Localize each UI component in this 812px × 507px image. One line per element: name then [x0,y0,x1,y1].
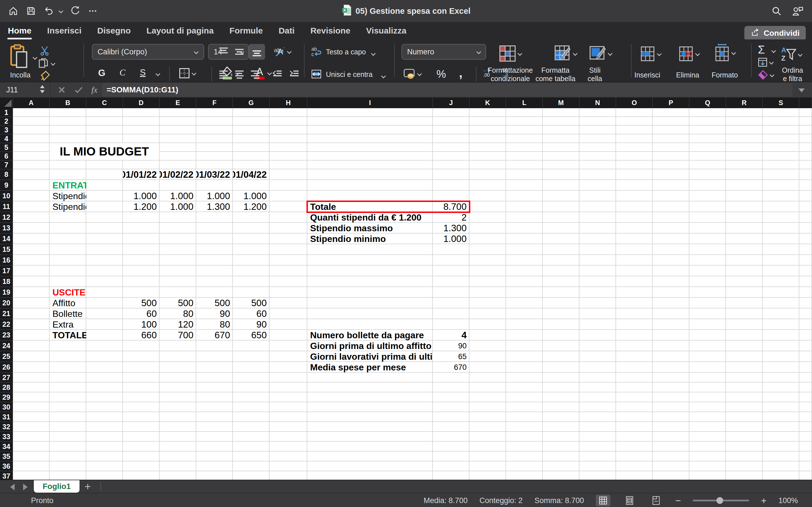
sort-filter-chevron-icon[interactable] [798,52,803,57]
col-header-F[interactable]: F [196,98,233,108]
cell-A5[interactable] [13,143,50,152]
cell-F14[interactable] [196,233,233,244]
cell-I23[interactable]: Numero bollette da pagare [307,330,433,341]
cell-D27[interactable] [123,373,160,383]
cell-S15[interactable] [763,244,799,255]
cell-K28[interactable] [469,383,506,392]
cell-L24[interactable] [506,341,543,351]
cell-A34[interactable] [13,442,50,452]
cell-J4[interactable] [433,134,469,143]
row-header-7[interactable]: 7 [0,161,13,169]
insert-cells-label[interactable]: Inserisci [635,71,660,79]
cell-B15[interactable] [50,244,86,255]
cell-J3[interactable] [433,126,469,134]
cell-B8[interactable] [50,169,86,180]
cell-L20[interactable] [506,298,543,308]
comma-style-button[interactable]: , [459,66,462,80]
cell-J6[interactable] [433,152,469,161]
cell-C13[interactable] [86,223,123,233]
cell-G18[interactable] [233,276,269,287]
prev-sheet-icon[interactable] [10,484,15,490]
cell-F15[interactable] [196,244,233,255]
cell-S36[interactable] [763,461,799,471]
cell-K3[interactable] [469,126,506,134]
cell-P15[interactable] [653,244,689,255]
cell-G2[interactable] [233,117,269,126]
cell-C26[interactable] [86,362,123,373]
cell-G6[interactable] [233,152,269,161]
cell-C16[interactable] [86,255,123,266]
autosum-chevron-icon[interactable] [771,48,776,53]
cell-A22[interactable] [13,319,50,330]
cell-P10[interactable] [653,191,689,202]
cell-O27[interactable] [616,373,653,383]
cell-D37[interactable] [123,471,160,480]
cell-S32[interactable] [763,422,799,432]
cell-B28[interactable] [50,383,86,392]
cell-B33[interactable] [50,432,86,442]
cell-E7[interactable] [160,161,196,169]
cell-L21[interactable] [506,308,543,319]
ribbon-tab-layout-di-pagina[interactable]: Layout di pagina [146,24,214,37]
cell-A11[interactable] [13,202,50,212]
cell-I9[interactable] [307,180,433,191]
cell-L4[interactable] [506,134,543,143]
cell-A23[interactable] [13,330,50,341]
cell-O15[interactable] [616,244,653,255]
cell-R28[interactable] [726,383,763,392]
cell-L22[interactable] [506,319,543,330]
row-header-33[interactable]: 33 [0,432,13,442]
cell-S28[interactable] [763,383,799,392]
cell-E12[interactable] [160,212,196,223]
cell-H21[interactable] [269,308,307,319]
cell-Q11[interactable] [689,202,726,212]
cell-G4[interactable] [233,134,269,143]
cell-S1[interactable] [763,108,799,117]
cell-E3[interactable] [160,126,196,134]
row-header-8[interactable]: 8 [0,169,13,180]
col-header-K[interactable]: K [469,98,506,108]
cell-S5[interactable] [763,143,799,152]
ribbon-tab-inserisci[interactable]: Inserisci [47,24,82,37]
cell-R4[interactable] [726,134,763,143]
number-format-select[interactable]: Numero [402,44,486,60]
cell-M21[interactable] [543,308,579,319]
cancel-icon[interactable] [57,86,66,94]
cell-Q32[interactable] [689,422,726,432]
cell-B34[interactable] [50,442,86,452]
cell-E24[interactable] [160,341,196,351]
cell-C22[interactable] [86,319,123,330]
cell-F22[interactable]: 80 [196,319,233,330]
cell-O1[interactable] [616,108,653,117]
cell-N6[interactable] [579,152,616,161]
align-right-icon[interactable] [249,68,261,79]
cell-I12[interactable]: Quanti stipendi da € 1.200 [307,212,433,223]
cell-J36[interactable] [433,461,469,471]
cell-K4[interactable] [469,134,506,143]
cell-G26[interactable] [233,362,269,373]
cell-M14[interactable] [543,233,579,244]
cell-D12[interactable] [123,212,160,223]
cell-D29[interactable] [123,392,160,402]
cell-P33[interactable] [653,432,689,442]
cell-S19[interactable] [763,287,799,298]
cell-H19[interactable] [269,287,307,298]
cell-F10[interactable]: 1.000 [196,191,233,202]
cell-O16[interactable] [616,255,653,266]
row-header-5[interactable]: 5 [0,143,13,152]
cell-G23[interactable]: 650 [233,330,269,341]
cell-D28[interactable] [123,383,160,392]
cell-M12[interactable] [543,212,579,223]
cell-L26[interactable] [506,362,543,373]
cell-I1[interactable] [307,108,433,117]
col-header-P[interactable]: P [653,98,689,108]
cell-C32[interactable] [86,422,123,432]
cell-R27[interactable] [726,373,763,383]
cell-Q2[interactable] [689,117,726,126]
underline-chevron-icon[interactable] [156,71,160,76]
cell-N25[interactable] [579,351,616,362]
cell-B25[interactable] [50,351,86,362]
cell-F18[interactable] [196,276,233,287]
cell-K14[interactable] [469,233,506,244]
cell-H6[interactable] [269,152,307,161]
